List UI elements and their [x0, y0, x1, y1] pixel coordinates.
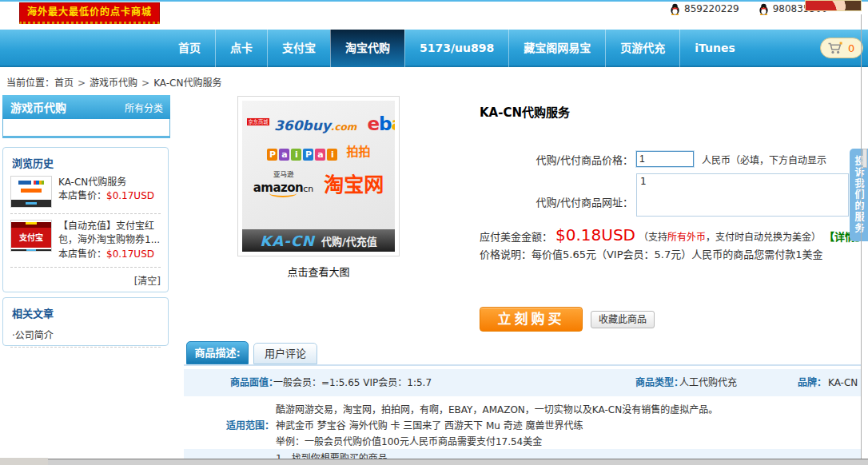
brand-bar: KA-CN 代购/代充值: [242, 229, 395, 252]
product-image-box[interactable]: 京东商城360buy.com ebay PaiPai 拍拍 亚马逊 amazon…: [237, 96, 400, 256]
window-frame-border: [861, 14, 862, 459]
scope-line-2: 神武金币 梦宝谷 海外代购 卡 三国来了 西游天下 Mu 奇迹 魔兽世界代练: [276, 418, 583, 431]
bottom-status-bar: [48, 459, 868, 465]
nav-item-webgame[interactable]: 页游代充: [605, 30, 679, 67]
product-image: 京东商城360buy.com ebay PaiPai 拍拍 亚马逊 amazon…: [242, 101, 395, 252]
history-item-1-name[interactable]: KA-CN代购服务: [58, 176, 154, 189]
logo-row-3: 亚马逊 amazoncn 淘宝网: [242, 168, 395, 197]
buy-now-button[interactable]: 立刻购买: [480, 307, 583, 332]
scope-label: 适用范围：: [226, 418, 274, 431]
page-root: 海外最大最低价的点卡商城 859220229 980835500 首页 点卡 支…: [0, 0, 868, 465]
divider: [10, 213, 161, 214]
browsing-history-box: 浏览历史 KA-CN代购服务 本店售价：$0.17USD 支付宝 【自动充值】支…: [2, 147, 169, 292]
all-categories-link[interactable]: 所有分类: [125, 101, 170, 114]
qq-contact-1[interactable]: 859220229: [670, 3, 739, 15]
scope-line-1: 酷游网游交易，淘宝网，拍拍网，有啊，EBAY，AMAZON，一切实物以及KA-C…: [276, 402, 718, 415]
history-item-2-name[interactable]: 【自动充值】支付宝红包，海外淘宝购物券1...: [58, 220, 161, 248]
browsing-history-title: 浏览历史: [12, 155, 161, 170]
scrollbar-thumb[interactable]: [862, 149, 867, 168]
price-field-label: 代购/代付商品价格：: [478, 152, 633, 167]
price-description: 价格说明：每价值5.65元（VIP会员：5.7元）人民币的商品您需付款1美金: [480, 246, 822, 261]
bottom-status-corner: [0, 458, 48, 465]
promo-banner-text: 海外最大最低价的点卡商城: [27, 6, 152, 18]
history-item-1-info: KA-CN代购服务 本店售价：$0.17USD: [58, 176, 154, 208]
history-item-2[interactable]: 支付宝 【自动充值】支付宝红包，海外淘宝购物券1... 本店售价：$0.17US…: [10, 220, 161, 261]
divider: [10, 267, 161, 268]
price-input[interactable]: [636, 151, 694, 167]
usd-note: （支持所有外币，支付时自动兑换为美金）: [639, 229, 821, 243]
promo-banner[interactable]: 海外最大最低价的点卡商城: [19, 2, 160, 24]
breadcrumb-current: KA-CN代购服务: [153, 78, 221, 89]
favorite-product-button[interactable]: 收藏此商品: [591, 311, 655, 328]
product-url-textarea[interactable]: 1: [636, 173, 849, 217]
history-item-2-price: $0.17USD: [106, 248, 154, 260]
nav-item-cangbaoge[interactable]: 藏宝阁网易宝: [508, 30, 605, 67]
url-field-label: 代购/代付商品网址：: [478, 194, 633, 209]
logo-ebay: ebay: [367, 113, 395, 134]
category-title: 游戏币代购: [2, 99, 125, 115]
cart-icon: [827, 42, 843, 54]
brand-logo: KA-CN: [260, 232, 315, 249]
logo-paipai-cn: 拍拍: [347, 145, 371, 159]
product-title: KA-CN代购服务: [480, 103, 570, 120]
logo-amazon: 亚马逊 amazoncn: [253, 168, 314, 197]
article-link-company-profile[interactable]: ·公司简介: [10, 326, 161, 348]
detail-value-type: 人工代购代充: [679, 369, 737, 396]
nav-item-cards[interactable]: 点卡: [215, 30, 267, 67]
breadcrumb-home[interactable]: 首页: [54, 78, 74, 89]
logo-paipai: PaiPai: [266, 145, 338, 161]
history-item-1-price-label: 本店售价：: [58, 190, 106, 201]
nav-item-alipay[interactable]: 支付宝: [267, 30, 330, 67]
logo-360buy: 京东商城360buy.com: [242, 118, 356, 133]
usd-amount-value: $0.18USD: [555, 225, 635, 244]
detail-value-face-value: 一般会员：=1:5.65 VIP会员：1:5.7: [273, 369, 432, 396]
qq-number-1: 859220229: [684, 3, 739, 14]
category-list-empty: [2, 119, 170, 138]
tab-user-comments[interactable]: 用户评论: [253, 343, 317, 364]
logo-taobao: 淘宝网: [324, 173, 384, 197]
tab-underline: [184, 364, 861, 366]
breadcrumb-separator: >: [141, 78, 149, 89]
detail-label-brand: 品牌：: [798, 369, 826, 396]
qq-penguin-icon: [759, 3, 769, 15]
cart-button[interactable]: 0: [820, 38, 863, 58]
tab-product-description[interactable]: 商品描述:: [186, 341, 249, 364]
breadcrumb: 当前位置：首页>游戏币代购>KA-CN代购服务: [6, 75, 221, 89]
history-thumbnail-2: 支付宝: [10, 220, 52, 252]
jd-badge: 京东商城: [247, 118, 269, 125]
nav-item-taobao-proxy[interactable]: 淘宝代购: [330, 30, 404, 67]
main-nav: 首页 点卡 支付宝 淘宝代购 5173/uu898 藏宝阁网易宝 页游代充 iT…: [0, 30, 868, 67]
related-articles-title: 相关文章: [12, 305, 161, 320]
clear-history-link[interactable]: [清空]: [10, 273, 161, 287]
brand-suffix: 代购/代充值: [321, 233, 377, 248]
history-thumbnail-1: [10, 176, 52, 208]
logo-row-2: PaiPai 拍拍: [242, 142, 395, 161]
nav-item-home[interactable]: 首页: [164, 30, 215, 67]
logo-row-1: 京东商城360buy.com ebay: [242, 113, 395, 134]
qq-contact-group: 859220229 980835500: [670, 2, 827, 15]
history-item-2-info: 【自动充值】支付宝红包，海外淘宝购物券1... 本店售价：$0.17USD: [58, 220, 161, 261]
detail-row-scope: 适用范围： 酷游网游交易，淘宝网，拍拍网，有啊，EBAY，AMAZON，一切实物…: [184, 396, 861, 449]
cart-count: 0: [848, 42, 854, 54]
usd-note-highlight: 所有外币: [667, 232, 706, 243]
detail-row-face-value: 商品面值： 一般会员：=1:5.65 VIP会员：1:5.7 商品类型： 人工代…: [184, 369, 861, 396]
history-item-1[interactable]: KA-CN代购服务 本店售价：$0.17USD: [10, 176, 161, 208]
detail-label-face-value: 商品面值：: [230, 369, 278, 396]
nav-item-itunes[interactable]: iTunes: [679, 30, 750, 67]
price-field-note: 人民币（必填，下方自动显示: [702, 153, 826, 166]
category-box: 游戏币代购 所有分类: [2, 95, 170, 138]
price-form-row: 代购/代付商品价格： 人民币（必填，下方自动显示: [478, 151, 826, 167]
detail-label-type: 商品类型：: [635, 369, 683, 396]
nav-item-5173[interactable]: 5173/uu898: [404, 30, 508, 67]
category-header: 游戏币代购 所有分类: [2, 95, 170, 119]
view-large-image-link[interactable]: 点击查看大图: [237, 264, 400, 279]
breadcrumb-label: 当前位置：: [6, 78, 54, 89]
qq-penguin-icon: [670, 3, 680, 15]
history-item-1-price: $0.17USD: [106, 190, 154, 201]
service-agent-photo: [805, 0, 862, 11]
detail-value-brand: KA-CN: [828, 369, 858, 396]
related-articles-box: 相关文章 ·公司简介: [2, 297, 169, 346]
history-item-2-price-label: 本店售价：: [58, 248, 106, 260]
usd-amount-row: 应付美金金额： $0.18USD （支持所有外币，支付时自动兑换为美金） 【详情…: [480, 225, 866, 244]
breadcrumb-category[interactable]: 游戏币代购: [90, 78, 137, 89]
